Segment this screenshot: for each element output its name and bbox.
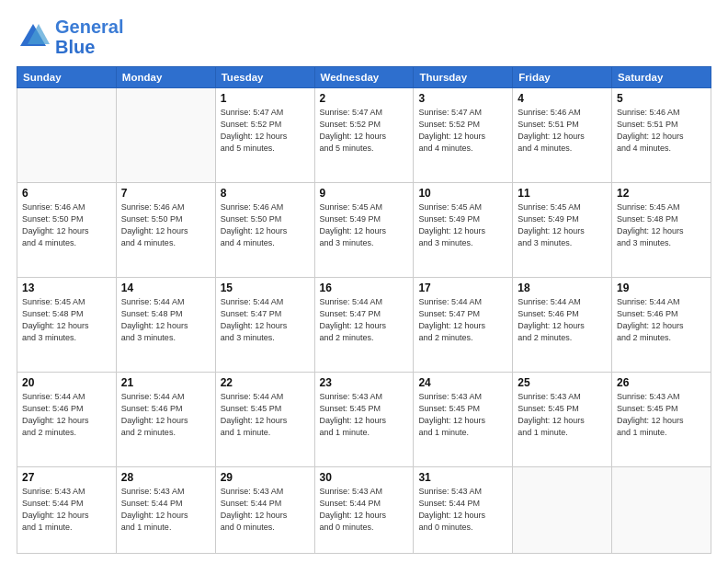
day-info: Sunrise: 5:43 AM Sunset: 5:44 PM Dayligh… <box>320 486 409 534</box>
day-info: Sunrise: 5:46 AM Sunset: 5:51 PM Dayligh… <box>617 107 706 155</box>
day-number: 4 <box>518 92 607 105</box>
day-info: Sunrise: 5:43 AM Sunset: 5:44 PM Dayligh… <box>221 486 310 534</box>
day-number: 5 <box>617 92 706 105</box>
calendar-day-cell <box>612 467 711 554</box>
day-info: Sunrise: 5:46 AM Sunset: 5:50 PM Dayligh… <box>121 201 210 249</box>
day-info: Sunrise: 5:47 AM Sunset: 5:52 PM Dayligh… <box>221 107 310 155</box>
day-info: Sunrise: 5:46 AM Sunset: 5:51 PM Dayligh… <box>518 107 607 155</box>
weekday-header-row: SundayMondayTuesdayWednesdayThursdayFrid… <box>17 67 711 88</box>
day-number: 3 <box>418 92 507 105</box>
weekday-header-cell: Thursday <box>414 67 513 88</box>
day-number: 11 <box>518 187 607 200</box>
calendar-day-cell: 4Sunrise: 5:46 AM Sunset: 5:51 PM Daylig… <box>513 88 612 183</box>
day-number: 9 <box>320 187 409 200</box>
calendar-day-cell: 16Sunrise: 5:44 AM Sunset: 5:47 PM Dayli… <box>314 278 414 373</box>
day-info: Sunrise: 5:44 AM Sunset: 5:47 PM Dayligh… <box>221 296 310 344</box>
day-number: 25 <box>518 376 607 389</box>
day-number: 21 <box>121 376 210 389</box>
day-number: 20 <box>22 376 111 389</box>
logo-icon <box>17 20 50 53</box>
calendar-day-cell: 25Sunrise: 5:43 AM Sunset: 5:45 PM Dayli… <box>513 373 612 467</box>
day-number: 30 <box>320 471 409 484</box>
day-number: 28 <box>121 471 210 484</box>
day-number: 2 <box>320 92 409 105</box>
calendar-week-row: 13Sunrise: 5:45 AM Sunset: 5:48 PM Dayli… <box>17 278 711 373</box>
day-info: Sunrise: 5:46 AM Sunset: 5:50 PM Dayligh… <box>22 201 111 249</box>
day-number: 24 <box>418 376 507 389</box>
calendar-day-cell: 13Sunrise: 5:45 AM Sunset: 5:48 PM Dayli… <box>17 278 117 373</box>
day-info: Sunrise: 5:47 AM Sunset: 5:52 PM Dayligh… <box>418 107 507 155</box>
calendar-day-cell: 21Sunrise: 5:44 AM Sunset: 5:46 PM Dayli… <box>116 373 215 467</box>
day-info: Sunrise: 5:44 AM Sunset: 5:46 PM Dayligh… <box>121 391 210 439</box>
day-info: Sunrise: 5:47 AM Sunset: 5:52 PM Dayligh… <box>320 107 409 155</box>
calendar-day-cell: 9Sunrise: 5:45 AM Sunset: 5:49 PM Daylig… <box>314 183 414 278</box>
day-info: Sunrise: 5:44 AM Sunset: 5:47 PM Dayligh… <box>320 296 409 344</box>
day-info: Sunrise: 5:45 AM Sunset: 5:49 PM Dayligh… <box>320 201 409 249</box>
calendar-day-cell: 22Sunrise: 5:44 AM Sunset: 5:45 PM Dayli… <box>215 373 314 467</box>
calendar-day-cell: 11Sunrise: 5:45 AM Sunset: 5:49 PM Dayli… <box>513 183 612 278</box>
day-number: 13 <box>22 282 111 294</box>
calendar-day-cell: 20Sunrise: 5:44 AM Sunset: 5:46 PM Dayli… <box>17 373 117 467</box>
calendar-week-row: 20Sunrise: 5:44 AM Sunset: 5:46 PM Dayli… <box>17 373 711 467</box>
day-info: Sunrise: 5:44 AM Sunset: 5:46 PM Dayligh… <box>617 296 706 344</box>
weekday-header-cell: Sunday <box>17 67 117 88</box>
day-number: 10 <box>418 187 507 200</box>
day-number: 27 <box>22 471 111 484</box>
calendar-day-cell: 26Sunrise: 5:43 AM Sunset: 5:45 PM Dayli… <box>612 373 711 467</box>
day-info: Sunrise: 5:46 AM Sunset: 5:50 PM Dayligh… <box>221 201 310 249</box>
calendar-table: SundayMondayTuesdayWednesdayThursdayFrid… <box>17 66 711 554</box>
day-number: 23 <box>320 376 409 389</box>
day-info: Sunrise: 5:44 AM Sunset: 5:48 PM Dayligh… <box>121 296 210 344</box>
calendar-day-cell: 12Sunrise: 5:45 AM Sunset: 5:48 PM Dayli… <box>612 183 711 278</box>
calendar-week-row: 1Sunrise: 5:47 AM Sunset: 5:52 PM Daylig… <box>17 88 711 183</box>
logo: General Blue <box>17 17 123 57</box>
calendar-week-row: 27Sunrise: 5:43 AM Sunset: 5:44 PM Dayli… <box>17 467 711 554</box>
day-number: 31 <box>418 471 507 484</box>
day-info: Sunrise: 5:43 AM Sunset: 5:45 PM Dayligh… <box>418 391 507 439</box>
weekday-header-cell: Saturday <box>612 67 711 88</box>
day-info: Sunrise: 5:43 AM Sunset: 5:44 PM Dayligh… <box>418 486 507 534</box>
weekday-header-cell: Wednesday <box>314 67 414 88</box>
calendar-day-cell: 28Sunrise: 5:43 AM Sunset: 5:44 PM Dayli… <box>116 467 215 554</box>
calendar-day-cell: 19Sunrise: 5:44 AM Sunset: 5:46 PM Dayli… <box>612 278 711 373</box>
calendar-day-cell: 3Sunrise: 5:47 AM Sunset: 5:52 PM Daylig… <box>414 88 513 183</box>
day-info: Sunrise: 5:43 AM Sunset: 5:45 PM Dayligh… <box>617 391 706 439</box>
day-number: 7 <box>121 187 210 200</box>
logo-text: General Blue <box>55 17 123 57</box>
day-info: Sunrise: 5:44 AM Sunset: 5:46 PM Dayligh… <box>22 391 111 439</box>
calendar-day-cell <box>116 88 215 183</box>
day-number: 16 <box>320 282 409 294</box>
calendar-day-cell: 5Sunrise: 5:46 AM Sunset: 5:51 PM Daylig… <box>612 88 711 183</box>
calendar-day-cell: 14Sunrise: 5:44 AM Sunset: 5:48 PM Dayli… <box>116 278 215 373</box>
calendar-day-cell: 10Sunrise: 5:45 AM Sunset: 5:49 PM Dayli… <box>414 183 513 278</box>
day-info: Sunrise: 5:44 AM Sunset: 5:45 PM Dayligh… <box>221 391 310 439</box>
day-number: 14 <box>121 282 210 294</box>
weekday-header-cell: Tuesday <box>215 67 314 88</box>
day-number: 12 <box>617 187 706 200</box>
day-number: 26 <box>617 376 706 389</box>
day-info: Sunrise: 5:45 AM Sunset: 5:48 PM Dayligh… <box>617 201 706 249</box>
day-number: 15 <box>221 282 310 294</box>
day-info: Sunrise: 5:45 AM Sunset: 5:49 PM Dayligh… <box>518 201 607 249</box>
day-info: Sunrise: 5:43 AM Sunset: 5:44 PM Dayligh… <box>22 486 111 534</box>
calendar-body: 1Sunrise: 5:47 AM Sunset: 5:52 PM Daylig… <box>17 88 711 554</box>
calendar-day-cell: 7Sunrise: 5:46 AM Sunset: 5:50 PM Daylig… <box>116 183 215 278</box>
calendar-day-cell: 18Sunrise: 5:44 AM Sunset: 5:46 PM Dayli… <box>513 278 612 373</box>
day-number: 19 <box>617 282 706 294</box>
calendar-day-cell: 1Sunrise: 5:47 AM Sunset: 5:52 PM Daylig… <box>215 88 314 183</box>
day-info: Sunrise: 5:43 AM Sunset: 5:44 PM Dayligh… <box>121 486 210 534</box>
calendar-day-cell: 27Sunrise: 5:43 AM Sunset: 5:44 PM Dayli… <box>17 467 117 554</box>
day-info: Sunrise: 5:44 AM Sunset: 5:46 PM Dayligh… <box>518 296 607 344</box>
calendar-day-cell: 24Sunrise: 5:43 AM Sunset: 5:45 PM Dayli… <box>414 373 513 467</box>
day-number: 1 <box>221 92 310 105</box>
calendar-day-cell: 15Sunrise: 5:44 AM Sunset: 5:47 PM Dayli… <box>215 278 314 373</box>
calendar-day-cell: 29Sunrise: 5:43 AM Sunset: 5:44 PM Dayli… <box>215 467 314 554</box>
day-number: 29 <box>221 471 310 484</box>
calendar-day-cell <box>17 88 117 183</box>
day-number: 6 <box>22 187 111 200</box>
calendar-day-cell <box>513 467 612 554</box>
weekday-header-cell: Monday <box>116 67 215 88</box>
day-number: 18 <box>518 282 607 294</box>
header: General Blue <box>17 17 711 57</box>
day-info: Sunrise: 5:44 AM Sunset: 5:47 PM Dayligh… <box>418 296 507 344</box>
